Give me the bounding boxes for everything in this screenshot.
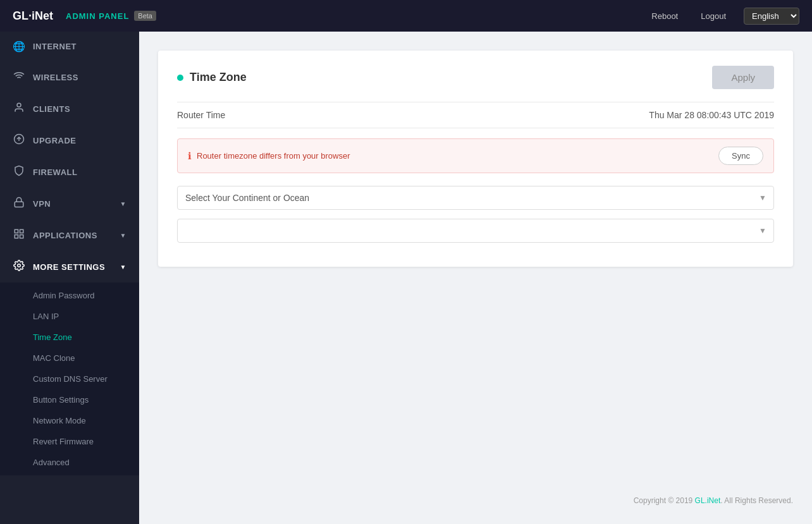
settings-icon — [13, 260, 25, 274]
reboot-button[interactable]: Reboot — [646, 9, 683, 23]
sidebar-item-label: UPGRADE — [33, 136, 77, 145]
time-zone-card: Time Zone Apply Router Time Thu Mar 28 0… — [158, 51, 793, 267]
applications-icon — [13, 228, 25, 242]
svg-rect-6 — [20, 229, 23, 233]
submenu-item-advanced[interactable]: Advanced — [0, 452, 139, 473]
router-time-value: Thu Mar 28 08:00:43 UTC 2019 — [649, 110, 774, 120]
timezone-warning: ℹ Router timezone differs from your brow… — [177, 138, 774, 173]
more-settings-submenu: Admin Password LAN IP Time Zone MAC Clon… — [0, 283, 139, 475]
sidebar-item-wireless[interactable]: WIRELESS — [0, 61, 139, 93]
footer: Copyright © 2019 GL.iNet. All Rights Res… — [158, 486, 793, 505]
submenu-item-lan-ip[interactable]: LAN IP — [0, 306, 139, 327]
sidebar-item-label: CLIENTS — [33, 104, 70, 114]
footer-link[interactable]: GL.iNet — [695, 496, 721, 505]
svg-rect-8 — [15, 235, 18, 238]
sidebar: 🌐 INTERNET WIRELESS CLIENTS UPGRADE F — [0, 32, 139, 524]
clients-icon — [13, 102, 25, 116]
more-settings-arrow-icon: ▼ — [120, 264, 126, 271]
submenu-item-button-settings[interactable]: Button Settings — [0, 389, 139, 410]
wireless-icon — [13, 70, 25, 84]
vpn-icon — [13, 197, 25, 210]
submenu-item-revert-firmware[interactable]: Revert Firmware — [0, 431, 139, 452]
beta-badge: Beta — [134, 11, 156, 21]
sidebar-item-label: INTERNET — [33, 42, 77, 51]
language-select[interactable]: English 中文 Deutsch Français — [744, 8, 799, 25]
sidebar-item-applications[interactable]: APPLICATIONS ▼ — [0, 219, 139, 251]
card-header: Time Zone Apply — [177, 66, 774, 89]
topnav: GL·iNet ADMIN PANEL Beta Reboot Logout E… — [0, 0, 812, 32]
sidebar-item-vpn[interactable]: VPN ▼ — [0, 188, 139, 219]
sidebar-item-clients[interactable]: CLIENTS — [0, 93, 139, 125]
admin-panel-label: ADMIN PANEL — [66, 11, 129, 21]
applications-arrow-icon: ▼ — [120, 232, 126, 239]
sidebar-item-more-settings[interactable]: MORE SETTINGS ▼ — [0, 251, 139, 283]
upgrade-icon — [13, 133, 25, 147]
sidebar-item-label: APPLICATIONS — [33, 231, 97, 240]
warning-message: Router timezone differs from your browse… — [197, 151, 350, 161]
internet-icon: 🌐 — [13, 40, 25, 52]
submenu-item-time-zone[interactable]: Time Zone — [0, 327, 139, 348]
logo-text: GL·iNet — [13, 9, 53, 23]
svg-point-1 — [17, 103, 21, 107]
card-title: Time Zone — [177, 71, 247, 84]
vpn-arrow-icon: ▼ — [120, 200, 126, 207]
warning-icon: ℹ — [188, 150, 192, 162]
footer-text: Copyright © 2019 GL.iNet. All Rights Res… — [634, 496, 793, 505]
apply-button[interactable]: Apply — [712, 66, 774, 89]
sidebar-item-label: FIREWALL — [33, 168, 77, 177]
sidebar-item-upgrade[interactable]: UPGRADE — [0, 125, 139, 156]
layout: 🌐 INTERNET WIRELESS CLIENTS UPGRADE F — [0, 32, 812, 524]
router-time-label: Router Time — [177, 110, 225, 120]
sidebar-item-label: MORE SETTINGS — [33, 262, 105, 272]
main-content: Time Zone Apply Router Time Thu Mar 28 0… — [139, 32, 812, 524]
logo-area: GL·iNet — [13, 9, 53, 23]
city-select[interactable] — [177, 219, 774, 243]
submenu-item-mac-clone[interactable]: MAC Clone — [0, 348, 139, 369]
sidebar-item-internet[interactable]: 🌐 INTERNET — [0, 32, 139, 61]
continent-select[interactable]: Select Your Continent or Ocean Africa Am… — [177, 186, 774, 210]
logout-button[interactable]: Logout — [696, 9, 731, 23]
page-title: Time Zone — [190, 71, 247, 84]
sidebar-item-firewall[interactable]: FIREWALL — [0, 156, 139, 188]
warning-text-area: ℹ Router timezone differs from your brow… — [188, 150, 350, 162]
submenu-item-network-mode[interactable]: Network Mode — [0, 410, 139, 431]
svg-rect-4 — [15, 202, 23, 207]
sync-button[interactable]: Sync — [718, 147, 763, 165]
sidebar-item-label: VPN — [33, 199, 51, 209]
svg-rect-5 — [15, 229, 18, 233]
submenu-item-admin-password[interactable]: Admin Password — [0, 285, 139, 306]
continent-select-wrapper: Select Your Continent or Ocean Africa Am… — [177, 186, 774, 210]
router-time-row: Router Time Thu Mar 28 08:00:43 UTC 2019 — [177, 102, 774, 128]
sidebar-item-label: WIRELESS — [33, 73, 78, 82]
city-select-wrapper: ▼ — [177, 219, 774, 243]
svg-rect-7 — [20, 235, 23, 238]
svg-point-9 — [18, 264, 21, 267]
firewall-icon — [13, 165, 25, 179]
title-dot — [177, 75, 183, 81]
submenu-item-custom-dns[interactable]: Custom DNS Server — [0, 369, 139, 389]
